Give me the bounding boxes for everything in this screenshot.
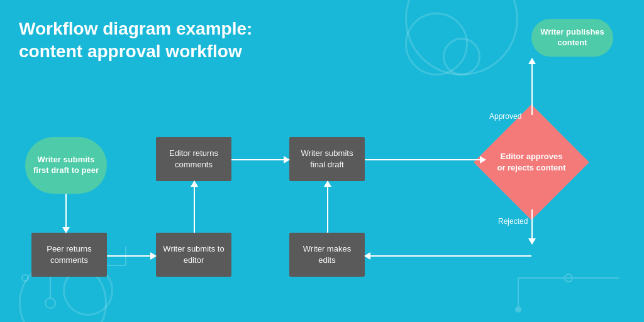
rect-writer-edits: Writer makes edits [289, 233, 365, 277]
diamond-editor-decision: Editor approves or rejects content [484, 115, 579, 209]
label-approved: Approved [489, 112, 521, 121]
arrow-rejected-down [531, 209, 533, 244]
svg-point-6 [22, 275, 28, 281]
arrow-start-to-peer [65, 194, 67, 233]
svg-point-0 [45, 298, 55, 308]
arrow-approved-to-publish [531, 58, 533, 115]
oval-start: Writer submits first draft to peer [25, 137, 107, 194]
rect-peer-comments: Peer returns comments [31, 233, 107, 277]
svg-point-9 [565, 274, 572, 282]
arrow-peer-to-writer-editor [107, 255, 156, 257]
arrow-editor-comments-to-final-draft [231, 159, 289, 160]
arrow-edits-to-final-draft [327, 181, 328, 233]
arrow-rejected-to-edits [365, 255, 531, 257]
rect-writer-editor: Writer submits to editor [156, 233, 231, 277]
page-title: Workflow diagram example: content approv… [19, 18, 252, 64]
arrow-final-draft-to-diamond [365, 159, 486, 160]
label-rejected: Rejected [498, 217, 528, 226]
rect-editor-comments: Editor returns comments [156, 137, 231, 181]
oval-publish: Writer publishes content [531, 19, 613, 57]
rect-final-draft: Writer submits final draft [289, 137, 365, 181]
svg-point-11 [515, 306, 521, 313]
arrow-writer-editor-to-editor-comments [194, 181, 195, 233]
